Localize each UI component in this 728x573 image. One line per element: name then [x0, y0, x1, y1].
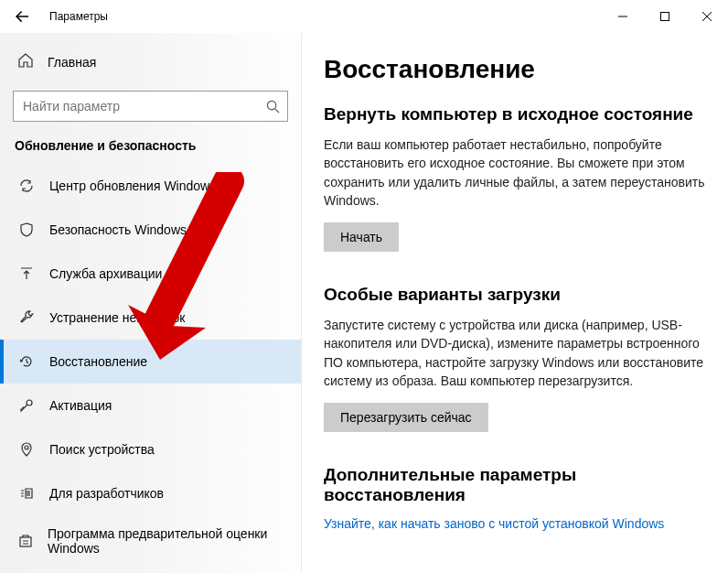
sidebar: Главная Обновление и безопасность Центр … [0, 33, 302, 573]
location-icon [18, 442, 35, 457]
developer-icon [18, 486, 35, 501]
maximize-button[interactable] [644, 0, 686, 33]
insider-icon [18, 534, 33, 548]
sidebar-category: Обновление и безопасность [0, 122, 301, 164]
section-more-options: Дополнительные параметры восстановления … [324, 465, 706, 531]
sidebar-item-developers[interactable]: Для разработчиков [0, 471, 301, 515]
sidebar-home-label: Главная [48, 55, 96, 70]
section-advanced-heading: Особые варианты загрузки [324, 285, 706, 305]
search-button[interactable] [257, 91, 288, 122]
page-title: Восстановление [324, 55, 706, 84]
sidebar-item-label: Программа предварительной оценки Windows [48, 526, 283, 556]
sidebar-item-label: Для разработчиков [49, 486, 164, 501]
window-title: Параметры [49, 10, 108, 23]
sidebar-item-activation[interactable]: Активация [0, 384, 301, 427]
search-input[interactable] [13, 91, 288, 122]
history-icon [18, 354, 35, 369]
section-reset-desc: Если ваш компьютер работает нестабильно,… [324, 135, 706, 210]
backup-icon [18, 266, 35, 281]
section-reset-heading: Вернуть компьютер в исходное состояние [324, 104, 706, 124]
arrow-left-icon [16, 10, 28, 23]
sidebar-item-label: Активация [49, 398, 112, 413]
key-icon [18, 398, 35, 413]
section-advanced: Особые варианты загрузки Запустите систе… [324, 285, 706, 432]
sidebar-item-label: Служба архивации [49, 266, 162, 281]
window-controls [602, 0, 728, 33]
shield-icon [18, 222, 35, 237]
home-icon [18, 53, 33, 70]
svg-point-7 [25, 446, 28, 449]
sidebar-item-update[interactable]: Центр обновления Windows [0, 164, 301, 208]
sync-icon [18, 178, 35, 193]
section-reset: Вернуть компьютер в исходное состояние Е… [324, 104, 706, 252]
sidebar-item-insider[interactable]: Программа предварительной оценки Windows [0, 515, 301, 567]
close-icon [702, 12, 712, 21]
wrench-icon [18, 310, 35, 325]
reset-start-button[interactable]: Начать [324, 222, 399, 252]
minimize-button[interactable] [602, 0, 644, 33]
svg-point-4 [267, 101, 275, 109]
restart-now-button[interactable]: Перезагрузить сейчас [324, 403, 488, 432]
svg-rect-8 [20, 537, 31, 546]
sidebar-item-label: Безопасность Windows [49, 222, 187, 237]
titlebar: Параметры [0, 0, 728, 33]
close-button[interactable] [686, 0, 728, 33]
svg-rect-1 [661, 13, 669, 21]
section-advanced-desc: Запустите систему с устройства или диска… [324, 316, 706, 390]
sidebar-item-troubleshoot[interactable]: Устранение неполадок [0, 296, 301, 340]
search-icon [266, 100, 280, 114]
fresh-start-link[interactable]: Узнайте, как начать заново с чистой уста… [324, 516, 706, 531]
svg-line-5 [274, 108, 278, 112]
maximize-icon [660, 12, 669, 21]
main-content: Восстановление Вернуть компьютер в исход… [302, 33, 728, 573]
section-more-heading: Дополнительные параметры восстановления [324, 465, 706, 505]
sidebar-home[interactable]: Главная [0, 46, 301, 78]
minimize-icon [618, 12, 627, 21]
back-button[interactable] [0, 0, 44, 33]
sidebar-item-backup[interactable]: Служба архивации [0, 252, 301, 296]
sidebar-item-find-device[interactable]: Поиск устройства [0, 427, 301, 471]
search-wrap [13, 91, 288, 122]
sidebar-item-security[interactable]: Безопасность Windows [0, 208, 301, 252]
sidebar-item-label: Центр обновления Windows [49, 178, 216, 193]
sidebar-item-label: Устранение неполадок [49, 310, 185, 325]
sidebar-item-recovery[interactable]: Восстановление [0, 340, 301, 384]
sidebar-item-label: Поиск устройства [49, 442, 155, 457]
sidebar-item-label: Восстановление [49, 354, 147, 369]
